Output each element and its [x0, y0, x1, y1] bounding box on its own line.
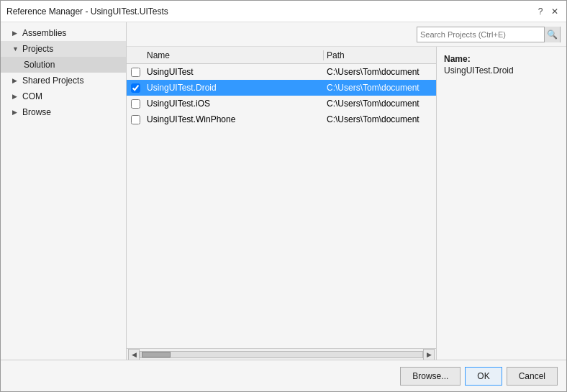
- scroll-right-button[interactable]: ▶: [423, 349, 435, 360]
- row1-path: C:\Users\Tom\document: [324, 67, 436, 77]
- row3-check[interactable]: [127, 99, 144, 109]
- scroll-left-button[interactable]: ◀: [128, 349, 140, 360]
- assemblies-arrow: ▶: [12, 29, 19, 37]
- table-row[interactable]: UsingUITest.WinPhone C:\Users\Tom\docume…: [127, 111, 436, 127]
- table-area: Name Path UsingUITest C:\Users\Tom\docum…: [127, 47, 566, 360]
- shared-projects-arrow: ▶: [12, 77, 19, 84]
- row2-name: UsingUITest.Droid: [144, 83, 324, 93]
- search-bar: 🔍: [127, 22, 566, 47]
- table-row[interactable]: UsingUITest.iOS C:\Users\Tom\document: [127, 96, 436, 111]
- row4-checkbox[interactable]: [131, 115, 140, 124]
- row3-path: C:\Users\Tom\document: [324, 99, 436, 109]
- table-header: Name Path: [127, 47, 436, 64]
- scrollbar-thumb[interactable]: [142, 352, 171, 357]
- scrollbar-area: ◀ ▶: [127, 348, 436, 360]
- row1-name: UsingUITest: [144, 67, 324, 77]
- cancel-button[interactable]: Cancel: [507, 367, 558, 386]
- info-panel: Name: UsingUITest.Droid: [437, 47, 566, 360]
- close-button[interactable]: ✕: [549, 6, 561, 17]
- row4-check[interactable]: [127, 115, 144, 124]
- help-button[interactable]: ?: [535, 6, 546, 17]
- sidebar-item-assemblies[interactable]: ▶ Assemblies: [1, 25, 126, 41]
- row3-name: UsingUITest.iOS: [144, 99, 324, 109]
- sidebar-item-com[interactable]: ▶ COM: [1, 88, 126, 104]
- com-arrow: ▶: [12, 93, 19, 100]
- search-button[interactable]: 🔍: [544, 27, 560, 42]
- row1-checkbox[interactable]: [131, 68, 140, 77]
- row2-check[interactable]: [127, 83, 144, 93]
- h-scrollbar[interactable]: [140, 351, 423, 358]
- shared-projects-label: Shared Projects: [22, 76, 83, 86]
- path-col-header: Path: [324, 50, 436, 60]
- sidebar-item-shared-projects[interactable]: ▶ Shared Projects: [1, 73, 126, 88]
- solution-label: Solution: [24, 60, 55, 70]
- sidebar-item-solution[interactable]: Solution: [1, 57, 126, 73]
- row4-name: UsingUITest.WinPhone: [144, 114, 324, 124]
- table-row[interactable]: UsingUITest C:\Users\Tom\document: [127, 64, 436, 80]
- table-row[interactable]: UsingUITest.Droid C:\Users\Tom\document: [127, 80, 436, 96]
- search-input[interactable]: [417, 27, 544, 42]
- info-name-value: UsingUITest.Droid: [444, 65, 559, 76]
- row2-checkbox[interactable]: [131, 83, 140, 93]
- table-section: Name Path UsingUITest C:\Users\Tom\docum…: [127, 47, 437, 360]
- projects-label: Projects: [22, 44, 53, 54]
- search-input-wrap: 🔍: [417, 27, 561, 42]
- sidebar-item-browse[interactable]: ▶ Browse: [1, 104, 126, 120]
- sidebar: ▶ Assemblies ▼ Projects Solution ▶ Share…: [1, 22, 127, 360]
- content-area: ▶ Assemblies ▼ Projects Solution ▶ Share…: [1, 22, 566, 360]
- row1-check[interactable]: [127, 68, 144, 77]
- title-bar: Reference Manager - UsingUITest.UITests …: [1, 1, 566, 22]
- table-body: UsingUITest C:\Users\Tom\document UsingU…: [127, 64, 436, 348]
- row3-checkbox[interactable]: [131, 99, 140, 109]
- title-bar-controls: ? ✕: [535, 6, 561, 17]
- com-label: COM: [22, 91, 42, 101]
- projects-arrow: ▼: [12, 45, 19, 53]
- main-panel: 🔍 Name Path: [127, 22, 566, 360]
- footer: Browse... OK Cancel: [1, 360, 566, 391]
- ok-button[interactable]: OK: [465, 367, 502, 386]
- browse-button[interactable]: Browse...: [400, 367, 461, 386]
- reference-manager-dialog: Reference Manager - UsingUITest.UITests …: [0, 0, 567, 392]
- assemblies-label: Assemblies: [22, 28, 66, 38]
- sidebar-item-projects[interactable]: ▼ Projects: [1, 41, 126, 57]
- dialog-title: Reference Manager - UsingUITest.UITests: [6, 6, 168, 17]
- row4-path: C:\Users\Tom\document: [324, 114, 436, 124]
- name-col-header: Name: [144, 50, 324, 60]
- browse-label: Browse: [22, 107, 51, 117]
- info-name-label: Name:: [444, 54, 559, 64]
- browse-arrow: ▶: [12, 109, 19, 116]
- row2-path: C:\Users\Tom\document: [324, 83, 436, 93]
